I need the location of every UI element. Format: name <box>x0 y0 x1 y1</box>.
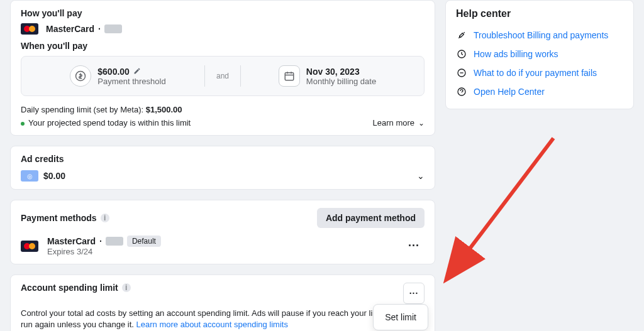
threshold-value: $600.00 <box>97 67 130 77</box>
help-how-billing-works-link[interactable]: How ads billing works <box>456 45 623 63</box>
add-payment-method-button[interactable]: Add payment method <box>317 208 425 228</box>
ad-credits-amount: $0.00 <box>43 171 65 181</box>
pm-sep: · <box>99 236 102 246</box>
status-dot-icon <box>21 122 25 126</box>
minus-circle-icon <box>456 67 467 79</box>
card-separator: · <box>98 24 101 34</box>
how-you-pay-title: How you'll pay <box>21 8 425 18</box>
billing-date-value: Nov 30, 2023 <box>306 67 376 77</box>
billing-summary-card: How you'll pay MasterCard · When you'll … <box>10 0 435 136</box>
help-item-label: How ads billing works <box>474 49 558 59</box>
help-open-center-link[interactable]: Open Help Center <box>456 82 623 101</box>
daily-limit-prefix: Daily spending limit (set by Meta): <box>21 105 146 114</box>
question-circle-icon <box>456 86 467 97</box>
asl-learn-more-link[interactable]: Learn more about account spending limits <box>136 320 288 329</box>
daily-limit-value: $1,500.00 <box>146 105 182 114</box>
pm-brand: MasterCard <box>47 236 96 246</box>
billing-date-label: Monthly billing date <box>306 77 376 86</box>
card-brand: MasterCard <box>46 24 94 34</box>
account-spending-limit-desc: Control your total ad costs by setting a… <box>21 308 425 330</box>
learn-more-toggle[interactable]: Learn more ⌄ <box>373 118 425 128</box>
tools-icon <box>456 30 467 41</box>
account-spending-limit-more-button[interactable]: ··· <box>403 283 425 304</box>
dollar-icon <box>70 65 91 87</box>
pm-last4-masked <box>106 237 123 246</box>
when-you-pay-box: $600.00 Payment threshold and Nov <box>21 56 425 96</box>
credit-icon: ◎ <box>21 170 38 182</box>
payment-methods-title: Payment methods <box>21 213 97 223</box>
and-divider: and <box>204 65 241 87</box>
payment-methods-card: Payment methods i Add payment method Mas… <box>10 200 435 264</box>
card-last4-masked <box>104 24 122 33</box>
daily-limit-status-text: Your projected spend today is within thi… <box>28 118 191 128</box>
help-payment-fails-link[interactable]: What to do if your payment fails <box>456 63 623 82</box>
help-center-card: Help center Troubleshoot Billing and pay… <box>445 0 634 109</box>
daily-limit-status: Your projected spend today is within thi… <box>21 118 191 128</box>
svg-rect-1 <box>285 73 294 80</box>
help-item-label: Open Help Center <box>474 87 545 97</box>
default-badge: Default <box>127 236 161 247</box>
info-icon[interactable]: i <box>122 283 131 292</box>
help-item-label: Troubleshoot Billing and payments <box>474 30 608 40</box>
calendar-icon <box>456 48 467 60</box>
ad-credits-card: Ad credits ◎ $0.00 ⌄ <box>10 146 435 190</box>
payment-method-more-button[interactable]: ··· <box>403 237 425 255</box>
mastercard-icon <box>21 241 38 252</box>
ad-credits-title: Ad credits <box>21 154 425 164</box>
threshold-label: Payment threshold <box>97 77 165 86</box>
daily-limit-line: Daily spending limit (set by Meta): $1,5… <box>21 105 425 114</box>
when-you-pay-title: When you'll pay <box>21 41 425 51</box>
pm-expires: Expires 3/24 <box>47 247 161 256</box>
learn-more-label: Learn more <box>373 118 414 128</box>
mastercard-icon <box>21 23 38 35</box>
help-troubleshoot-link[interactable]: Troubleshoot Billing and payments <box>456 26 623 45</box>
set-limit-popover[interactable]: Set limit <box>373 304 428 330</box>
chevron-down-icon: ⌄ <box>418 119 425 128</box>
account-spending-limit-card: Account spending limit i ··· Control you… <box>10 274 435 331</box>
primary-payment-method: MasterCard · <box>21 23 425 35</box>
help-item-label: What to do if your payment fails <box>474 68 597 78</box>
calendar-icon <box>279 65 300 87</box>
help-center-title: Help center <box>456 8 623 19</box>
info-icon[interactable]: i <box>101 214 109 222</box>
expand-ad-credits-icon[interactable]: ⌄ <box>417 171 425 181</box>
edit-threshold-icon[interactable] <box>133 67 141 77</box>
account-spending-limit-title: Account spending limit <box>21 283 118 293</box>
